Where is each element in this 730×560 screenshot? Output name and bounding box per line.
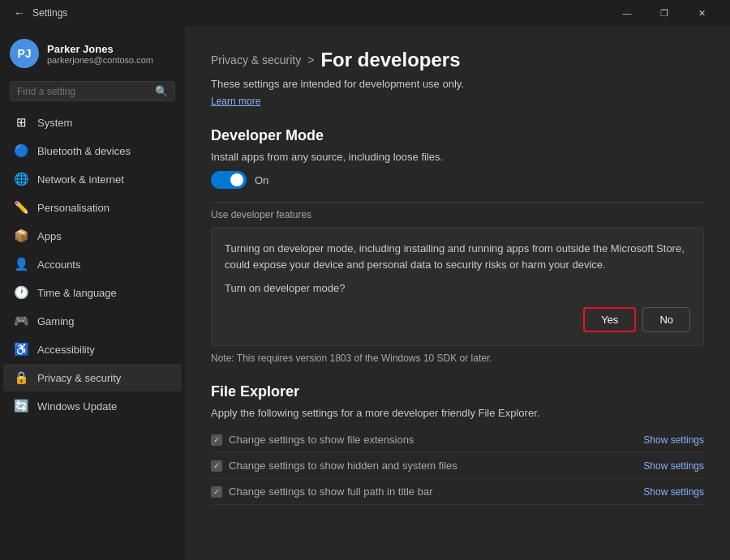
sidebar-item-label-bluetooth: Bluetooth & devices [37,145,131,157]
sidebar-item-label-gaming: Gaming [37,315,75,327]
sidebar-item-label-privacy: Privacy & security [37,372,121,384]
breadcrumb-parent[interactable]: Privacy & security [211,53,301,66]
sidebar-item-windows-update[interactable]: 🔄 Windows Update [3,392,182,420]
user-profile[interactable]: PJ Parker Jones parkerjones@contoso.com [0,26,185,78]
sidebar-item-privacy[interactable]: 🔒 Privacy & security [3,364,182,391]
network-icon: 🌐 [13,171,29,187]
sidebar-item-time[interactable]: 🕐 Time & language [3,279,182,306]
sidebar-item-apps[interactable]: 📦 Apps [3,222,182,250]
dev-features-label: Use developer features [211,209,704,220]
show-settings-link-1[interactable]: Show settings [643,460,704,472]
breadcrumb-current: For developers [320,49,460,71]
gaming-icon: 🎮 [13,313,29,329]
sidebar-item-bluetooth[interactable]: 🔵 Bluetooth & devices [3,137,182,165]
show-settings-link-2[interactable]: Show settings [643,486,704,498]
file-explorer-title: File Explorer [211,383,704,400]
checkbox-0[interactable]: ✓ [211,434,222,446]
main-layout: PJ Parker Jones parkerjones@contoso.com … [0,26,730,560]
avatar: PJ [10,39,39,68]
note-text: Note: This requires version 1803 of the … [211,353,704,364]
close-button[interactable]: ✕ [683,0,720,26]
learn-more-link[interactable]: Learn more [211,96,260,107]
minimize-button[interactable]: — [608,0,646,26]
warning-box: Turning on developer mode, including ins… [211,227,704,346]
personalisation-icon: ✏️ [13,199,29,216]
breadcrumb: Privacy & security > For developers [211,49,704,71]
warning-question: Turn on developer mode? [225,282,690,294]
sidebar-item-label-accessibility: Accessibility [37,344,95,356]
sidebar-item-accessibility[interactable]: ♿ Accessibility [3,336,182,363]
user-info: Parker Jones parkerjones@contoso.com [47,43,153,65]
explorer-row-left-2: ✓ Change settings to show full path in t… [211,485,432,498]
nav-list: ⊞ System 🔵 Bluetooth & devices 🌐 Network… [0,108,185,421]
sidebar-item-label-windows-update: Windows Update [37,400,117,413]
file-explorer-rows: ✓ Change settings to show file extension… [211,427,704,505]
sidebar-item-personalisation[interactable]: ✏️ Personalisation [3,194,182,221]
title-bar: ← Settings — ❐ ✕ [0,0,730,26]
explorer-row-2: ✓ Change settings to show full path in t… [211,479,704,505]
privacy-icon: 🔒 [13,370,29,386]
window-controls: — ❐ ✕ [608,0,720,26]
title-bar-title: Settings [32,7,608,19]
search-box[interactable]: 🔍 [10,81,175,101]
explorer-row-left-0: ✓ Change settings to show file extension… [211,434,414,446]
sidebar-item-system[interactable]: ⊞ System [3,109,182,136]
back-button[interactable]: ← [10,3,29,23]
page-description: These settings are intended for developm… [211,78,704,90]
sidebar-item-label-time: Time & language [37,287,117,299]
sidebar-item-label-system: System [37,117,72,129]
no-button[interactable]: No [642,307,690,332]
file-explorer-desc: Apply the following settings for a more … [211,407,704,419]
sidebar-item-label-personalisation: Personalisation [37,202,110,214]
sidebar-item-label-network: Network & internet [37,173,124,186]
search-icon: 🔍 [155,85,168,97]
system-icon: ⊞ [13,114,29,130]
checkbox-1[interactable]: ✓ [211,460,222,472]
divider [211,202,704,203]
developer-mode-title: Developer Mode [211,127,704,144]
explorer-label-0: Change settings to show file extensions [229,434,414,446]
sidebar-item-gaming[interactable]: 🎮 Gaming [3,307,182,335]
content-area: Privacy & security > For developers Thes… [185,26,730,560]
explorer-label-2: Change settings to show full path in tit… [229,485,432,498]
bluetooth-icon: 🔵 [13,143,29,159]
search-input[interactable] [17,86,155,97]
time-icon: 🕐 [13,284,29,301]
sidebar-item-label-accounts: Accounts [37,259,80,271]
developer-mode-toggle[interactable] [211,171,247,189]
accessibility-icon: ♿ [13,341,29,357]
user-email: parkerjones@contoso.com [47,55,153,65]
sidebar-item-label-apps: Apps [37,230,62,242]
developer-mode-desc: Install apps from any source, including … [211,151,704,163]
toggle-label: On [255,174,268,186]
sidebar-item-network[interactable]: 🌐 Network & internet [3,165,182,193]
apps-icon: 📦 [13,228,29,244]
explorer-row-0: ✓ Change settings to show file extension… [211,427,704,453]
dialog-buttons: Yes No [225,307,690,332]
sidebar-item-accounts[interactable]: 👤 Accounts [3,250,182,278]
yes-button[interactable]: Yes [583,307,636,332]
checkbox-2[interactable]: ✓ [211,486,222,498]
toggle-knob [230,173,243,186]
accounts-icon: 👤 [13,256,29,272]
warning-text: Turning on developer mode, including ins… [225,241,690,272]
windows-update-icon: 🔄 [13,398,29,414]
restore-button[interactable]: ❐ [646,0,683,26]
explorer-row-1: ✓ Change settings to show hidden and sys… [211,453,704,479]
show-settings-link-0[interactable]: Show settings [643,434,704,446]
developer-mode-toggle-row: On [211,171,704,189]
breadcrumb-arrow: > [307,53,314,66]
sidebar: PJ Parker Jones parkerjones@contoso.com … [0,26,185,560]
explorer-label-1: Change settings to show hidden and syste… [229,460,457,472]
explorer-row-left-1: ✓ Change settings to show hidden and sys… [211,460,457,472]
user-name: Parker Jones [47,43,153,55]
